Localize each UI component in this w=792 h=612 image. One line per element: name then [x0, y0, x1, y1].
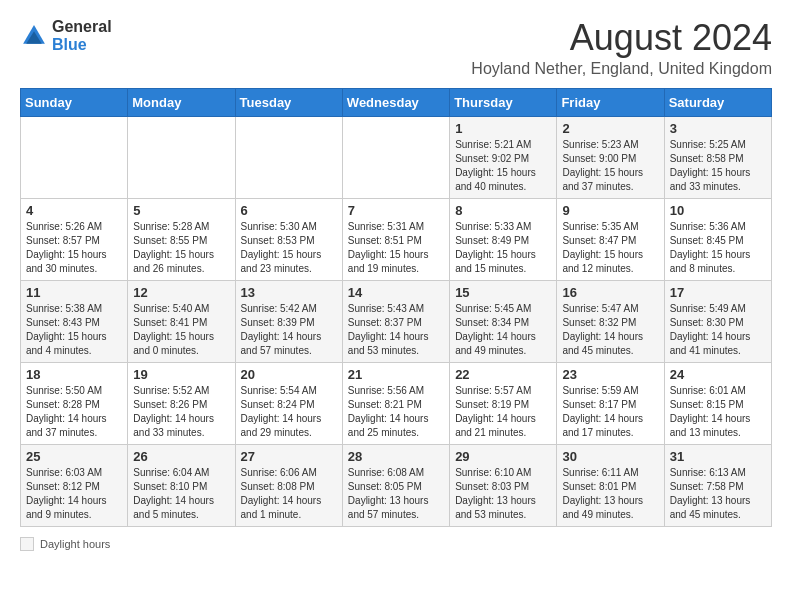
calendar-cell: 16Sunrise: 5:47 AM Sunset: 8:32 PM Dayli…	[557, 280, 664, 362]
day-info: Sunrise: 6:01 AM Sunset: 8:15 PM Dayligh…	[670, 384, 766, 440]
day-info: Sunrise: 5:28 AM Sunset: 8:55 PM Dayligh…	[133, 220, 229, 276]
daylight-box-icon	[20, 537, 34, 551]
calendar-cell: 6Sunrise: 5:30 AM Sunset: 8:53 PM Daylig…	[235, 198, 342, 280]
week-row-5: 25Sunrise: 6:03 AM Sunset: 8:12 PM Dayli…	[21, 444, 772, 526]
calendar-cell: 19Sunrise: 5:52 AM Sunset: 8:26 PM Dayli…	[128, 362, 235, 444]
calendar-cell: 21Sunrise: 5:56 AM Sunset: 8:21 PM Dayli…	[342, 362, 449, 444]
day-number: 2	[562, 121, 658, 136]
calendar: SundayMondayTuesdayWednesdayThursdayFrid…	[20, 88, 772, 527]
subtitle: Hoyland Nether, England, United Kingdom	[471, 60, 772, 78]
logo-blue: Blue	[52, 36, 112, 54]
calendar-cell: 10Sunrise: 5:36 AM Sunset: 8:45 PM Dayli…	[664, 198, 771, 280]
calendar-cell: 9Sunrise: 5:35 AM Sunset: 8:47 PM Daylig…	[557, 198, 664, 280]
day-info: Sunrise: 5:54 AM Sunset: 8:24 PM Dayligh…	[241, 384, 337, 440]
day-info: Sunrise: 5:59 AM Sunset: 8:17 PM Dayligh…	[562, 384, 658, 440]
calendar-cell: 12Sunrise: 5:40 AM Sunset: 8:41 PM Dayli…	[128, 280, 235, 362]
day-number: 29	[455, 449, 551, 464]
day-info: Sunrise: 6:06 AM Sunset: 8:08 PM Dayligh…	[241, 466, 337, 522]
day-info: Sunrise: 5:42 AM Sunset: 8:39 PM Dayligh…	[241, 302, 337, 358]
day-number: 19	[133, 367, 229, 382]
calendar-cell: 17Sunrise: 5:49 AM Sunset: 8:30 PM Dayli…	[664, 280, 771, 362]
calendar-cell: 27Sunrise: 6:06 AM Sunset: 8:08 PM Dayli…	[235, 444, 342, 526]
main-title: August 2024	[471, 18, 772, 58]
day-number: 21	[348, 367, 444, 382]
day-info: Sunrise: 5:30 AM Sunset: 8:53 PM Dayligh…	[241, 220, 337, 276]
day-info: Sunrise: 5:38 AM Sunset: 8:43 PM Dayligh…	[26, 302, 122, 358]
calendar-cell: 1Sunrise: 5:21 AM Sunset: 9:02 PM Daylig…	[450, 116, 557, 198]
column-header-monday: Monday	[128, 88, 235, 116]
day-info: Sunrise: 5:49 AM Sunset: 8:30 PM Dayligh…	[670, 302, 766, 358]
day-number: 31	[670, 449, 766, 464]
day-number: 28	[348, 449, 444, 464]
calendar-cell: 24Sunrise: 6:01 AM Sunset: 8:15 PM Dayli…	[664, 362, 771, 444]
calendar-cell: 11Sunrise: 5:38 AM Sunset: 8:43 PM Dayli…	[21, 280, 128, 362]
day-number: 14	[348, 285, 444, 300]
day-number: 15	[455, 285, 551, 300]
day-number: 25	[26, 449, 122, 464]
day-number: 26	[133, 449, 229, 464]
column-header-friday: Friday	[557, 88, 664, 116]
day-number: 16	[562, 285, 658, 300]
header: General Blue August 2024 Hoyland Nether,…	[10, 10, 782, 82]
day-info: Sunrise: 5:45 AM Sunset: 8:34 PM Dayligh…	[455, 302, 551, 358]
week-row-4: 18Sunrise: 5:50 AM Sunset: 8:28 PM Dayli…	[21, 362, 772, 444]
calendar-cell: 4Sunrise: 5:26 AM Sunset: 8:57 PM Daylig…	[21, 198, 128, 280]
day-info: Sunrise: 5:33 AM Sunset: 8:49 PM Dayligh…	[455, 220, 551, 276]
day-info: Sunrise: 6:08 AM Sunset: 8:05 PM Dayligh…	[348, 466, 444, 522]
calendar-cell	[128, 116, 235, 198]
column-header-thursday: Thursday	[450, 88, 557, 116]
calendar-table: SundayMondayTuesdayWednesdayThursdayFrid…	[20, 88, 772, 527]
day-number: 1	[455, 121, 551, 136]
day-info: Sunrise: 5:56 AM Sunset: 8:21 PM Dayligh…	[348, 384, 444, 440]
calendar-cell: 14Sunrise: 5:43 AM Sunset: 8:37 PM Dayli…	[342, 280, 449, 362]
day-number: 3	[670, 121, 766, 136]
calendar-cell: 15Sunrise: 5:45 AM Sunset: 8:34 PM Dayli…	[450, 280, 557, 362]
day-number: 8	[455, 203, 551, 218]
column-header-wednesday: Wednesday	[342, 88, 449, 116]
day-info: Sunrise: 5:21 AM Sunset: 9:02 PM Dayligh…	[455, 138, 551, 194]
day-info: Sunrise: 5:35 AM Sunset: 8:47 PM Dayligh…	[562, 220, 658, 276]
day-info: Sunrise: 5:25 AM Sunset: 8:58 PM Dayligh…	[670, 138, 766, 194]
day-number: 22	[455, 367, 551, 382]
calendar-cell: 28Sunrise: 6:08 AM Sunset: 8:05 PM Dayli…	[342, 444, 449, 526]
footer: Daylight hours	[10, 533, 782, 555]
day-number: 7	[348, 203, 444, 218]
calendar-cell: 25Sunrise: 6:03 AM Sunset: 8:12 PM Dayli…	[21, 444, 128, 526]
day-number: 6	[241, 203, 337, 218]
day-info: Sunrise: 5:36 AM Sunset: 8:45 PM Dayligh…	[670, 220, 766, 276]
day-number: 10	[670, 203, 766, 218]
day-info: Sunrise: 5:23 AM Sunset: 9:00 PM Dayligh…	[562, 138, 658, 194]
day-info: Sunrise: 5:26 AM Sunset: 8:57 PM Dayligh…	[26, 220, 122, 276]
day-number: 4	[26, 203, 122, 218]
calendar-cell: 8Sunrise: 5:33 AM Sunset: 8:49 PM Daylig…	[450, 198, 557, 280]
day-info: Sunrise: 5:57 AM Sunset: 8:19 PM Dayligh…	[455, 384, 551, 440]
day-number: 12	[133, 285, 229, 300]
header-row: SundayMondayTuesdayWednesdayThursdayFrid…	[21, 88, 772, 116]
day-number: 24	[670, 367, 766, 382]
day-number: 23	[562, 367, 658, 382]
calendar-cell: 2Sunrise: 5:23 AM Sunset: 9:00 PM Daylig…	[557, 116, 664, 198]
column-header-tuesday: Tuesday	[235, 88, 342, 116]
calendar-cell: 13Sunrise: 5:42 AM Sunset: 8:39 PM Dayli…	[235, 280, 342, 362]
day-info: Sunrise: 6:03 AM Sunset: 8:12 PM Dayligh…	[26, 466, 122, 522]
logo-icon	[20, 22, 48, 50]
title-area: August 2024 Hoyland Nether, England, Uni…	[471, 18, 772, 78]
calendar-cell: 26Sunrise: 6:04 AM Sunset: 8:10 PM Dayli…	[128, 444, 235, 526]
calendar-cell: 7Sunrise: 5:31 AM Sunset: 8:51 PM Daylig…	[342, 198, 449, 280]
logo: General Blue	[20, 18, 112, 54]
day-number: 13	[241, 285, 337, 300]
day-info: Sunrise: 6:04 AM Sunset: 8:10 PM Dayligh…	[133, 466, 229, 522]
day-number: 11	[26, 285, 122, 300]
footer-label: Daylight hours	[40, 538, 110, 550]
calendar-cell: 31Sunrise: 6:13 AM Sunset: 7:58 PM Dayli…	[664, 444, 771, 526]
calendar-cell: 20Sunrise: 5:54 AM Sunset: 8:24 PM Dayli…	[235, 362, 342, 444]
day-info: Sunrise: 5:43 AM Sunset: 8:37 PM Dayligh…	[348, 302, 444, 358]
week-row-3: 11Sunrise: 5:38 AM Sunset: 8:43 PM Dayli…	[21, 280, 772, 362]
day-info: Sunrise: 5:52 AM Sunset: 8:26 PM Dayligh…	[133, 384, 229, 440]
day-info: Sunrise: 5:47 AM Sunset: 8:32 PM Dayligh…	[562, 302, 658, 358]
day-info: Sunrise: 5:40 AM Sunset: 8:41 PM Dayligh…	[133, 302, 229, 358]
day-number: 9	[562, 203, 658, 218]
calendar-cell: 23Sunrise: 5:59 AM Sunset: 8:17 PM Dayli…	[557, 362, 664, 444]
calendar-cell: 5Sunrise: 5:28 AM Sunset: 8:55 PM Daylig…	[128, 198, 235, 280]
logo-general: General	[52, 18, 112, 36]
